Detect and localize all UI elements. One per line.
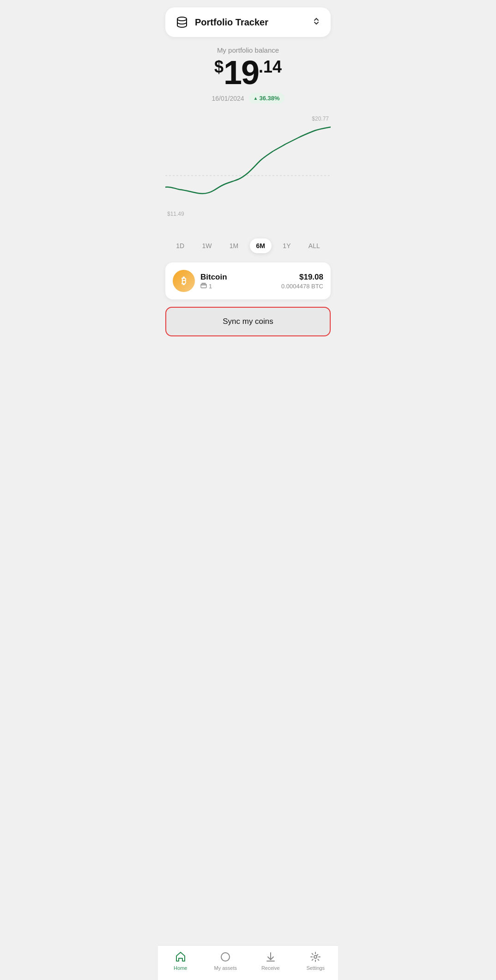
sync-section: Sync my coins: [165, 307, 331, 336]
asset-name: Bitcoin: [200, 273, 227, 282]
svg-rect-2: [201, 284, 206, 288]
sync-button[interactable]: Sync my coins: [165, 307, 331, 336]
wallet-icon: [200, 283, 207, 290]
time-filters: 1D 1W 1M 6M 1Y ALL: [158, 233, 338, 259]
balance-cents: .14: [259, 59, 282, 75]
asset-wallet-row: 1: [200, 283, 227, 290]
asset-info: Bitcoin 1: [200, 273, 227, 290]
filter-1w[interactable]: 1W: [195, 238, 218, 253]
header: Portfolio Tracker: [165, 7, 331, 37]
asset-left: ₿ Bitcoin 1: [173, 270, 227, 292]
balance-main: 19: [224, 56, 259, 89]
filter-1y[interactable]: 1Y: [276, 238, 297, 253]
change-badge: ▲ 36.38%: [249, 93, 284, 103]
chart-low-label: $11.49: [167, 211, 184, 217]
change-percent: 36.38%: [259, 95, 279, 102]
header-left: Portfolio Tracker: [175, 15, 268, 30]
balance-section: My portfolio balance $ 19 .14 16/01/2024…: [158, 37, 338, 107]
asset-value: $19.08: [281, 273, 323, 282]
chart-container: $20.77 $11.49: [158, 111, 338, 231]
balance-date: 16/01/2024: [212, 95, 244, 102]
balance-amount: $ 19 .14: [165, 56, 331, 89]
change-arrow: ▲: [254, 96, 258, 101]
wallet-count: 1: [209, 283, 212, 290]
filter-1d[interactable]: 1D: [169, 238, 191, 253]
portfolio-chart: [165, 111, 331, 217]
balance-label: My portfolio balance: [165, 46, 331, 54]
header-title: Portfolio Tracker: [195, 17, 268, 28]
asset-amount: 0.0004478 BTC: [281, 283, 323, 290]
balance-date-row: 16/01/2024 ▲ 36.38%: [165, 93, 331, 103]
asset-card-bitcoin[interactable]: ₿ Bitcoin 1 $19.08 0.0004478: [165, 262, 331, 299]
database-icon: [175, 15, 189, 30]
asset-right: $19.08 0.0004478 BTC: [281, 273, 323, 290]
filter-6m[interactable]: 6M: [250, 238, 272, 253]
bitcoin-icon: ₿: [173, 270, 195, 292]
sort-icon[interactable]: [311, 16, 321, 29]
svg-point-0: [177, 17, 187, 21]
filter-1m[interactable]: 1M: [223, 238, 245, 253]
filter-all[interactable]: ALL: [302, 238, 327, 253]
chart-high-label: $20.77: [312, 116, 329, 122]
currency-symbol: $: [214, 59, 224, 75]
